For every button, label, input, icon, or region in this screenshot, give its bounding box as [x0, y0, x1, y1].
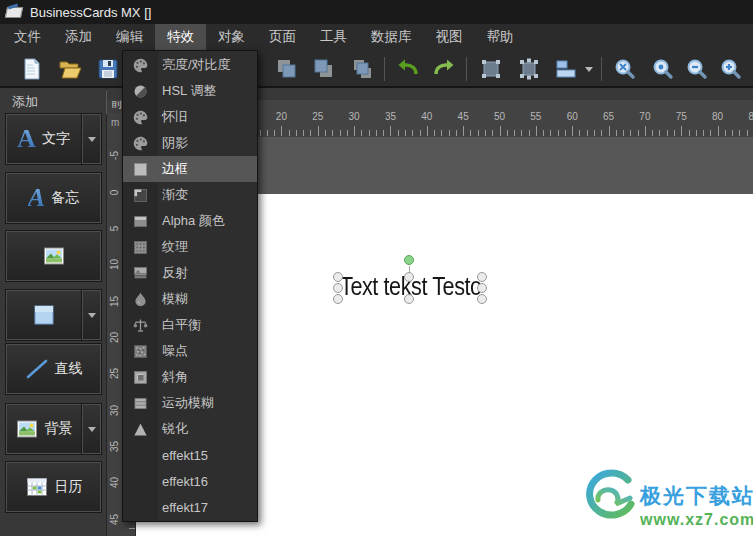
- bevel-icon: [123, 369, 158, 386]
- sidebar-button-content: A备忘: [6, 173, 101, 223]
- vruler-number: 30: [109, 400, 120, 420]
- alpha-square-icon: [123, 213, 158, 230]
- new-document-icon[interactable]: [18, 55, 46, 83]
- handle-top-right[interactable]: [477, 272, 487, 282]
- hruler-tick: [434, 130, 435, 136]
- redo-icon[interactable]: [431, 55, 459, 83]
- sidebar-button-日历[interactable]: 日历: [5, 461, 102, 513]
- bring-forward-icon[interactable]: [309, 55, 337, 83]
- sidebar-button-content: 日历: [6, 462, 101, 512]
- toolbar-separator: [384, 57, 385, 81]
- layout-options-icon[interactable]: [552, 55, 580, 83]
- hruler-tick: [529, 130, 530, 136]
- hruler-tick: [507, 130, 508, 136]
- effects-menu-item-阴影[interactable]: 阴影: [123, 130, 257, 156]
- hruler-tick: [441, 130, 442, 136]
- effects-menu-item-噪点[interactable]: 噪点: [123, 338, 257, 364]
- handle-bottom-left[interactable]: [333, 294, 343, 304]
- hruler-tick: [638, 130, 639, 136]
- app-window: BusinessCards MX [] 文件添加编辑特效对象页面工具数据库视图帮…: [0, 0, 753, 536]
- hruler-tick: [572, 126, 573, 136]
- rotation-handle[interactable]: [404, 255, 414, 265]
- menu-页面[interactable]: 页面: [257, 24, 308, 50]
- sidebar-button-dropdown-arrow[interactable]: [81, 290, 101, 340]
- hruler-tick: [747, 130, 748, 136]
- hruler-tick: [463, 126, 464, 136]
- effects-menu-item-HSL 调整[interactable]: HSL 调整: [123, 78, 257, 104]
- sidebar-button-备忘[interactable]: A备忘: [5, 172, 102, 224]
- sidebar-header: 添加: [0, 88, 106, 111]
- zoom-in-icon[interactable]: [717, 55, 745, 83]
- chevron-down-icon: [88, 427, 96, 432]
- watermark-logo-icon: [584, 468, 636, 526]
- hruler-tick: [289, 130, 290, 136]
- hruler-tick: [601, 130, 602, 136]
- ruler-unit-label: m: [111, 117, 119, 128]
- effects-menu-item-白平衡[interactable]: 白平衡: [123, 312, 257, 338]
- vruler-number: 20: [109, 328, 120, 348]
- zoom-actual-icon[interactable]: [649, 55, 677, 83]
- hruler-tick: [587, 130, 588, 136]
- zoom-out-icon[interactable]: [683, 55, 711, 83]
- menu-视图[interactable]: 视图: [424, 24, 475, 50]
- effects-menu-item-怀旧[interactable]: 怀旧: [123, 104, 257, 130]
- effects-menu-item-渐变[interactable]: 渐变: [123, 182, 257, 208]
- effects-menu-item-边框[interactable]: 边框: [123, 156, 257, 182]
- sidebar-button-直线[interactable]: 直线: [5, 343, 102, 395]
- effects-menu-item-斜角[interactable]: 斜角: [123, 364, 257, 390]
- sidebar-button-背景[interactable]: 背景: [5, 403, 102, 455]
- handle-top-center[interactable]: [404, 272, 414, 282]
- handle-bottom-center[interactable]: [404, 294, 414, 304]
- save-icon[interactable]: [94, 55, 122, 83]
- zoom-fit-icon[interactable]: [611, 55, 639, 83]
- handle-mid-left[interactable]: [333, 283, 343, 293]
- effects-menu-item-亮度/对比度[interactable]: 亮度/对比度: [123, 52, 257, 78]
- sidebar-button-blue-square[interactable]: [5, 289, 102, 341]
- send-backward-icon[interactable]: [272, 55, 300, 83]
- vruler-number: 40: [109, 473, 120, 493]
- window-title: BusinessCards MX []: [30, 5, 151, 20]
- menu-帮助[interactable]: 帮助: [475, 24, 526, 50]
- menu-文件[interactable]: 文件: [2, 24, 53, 50]
- undo-icon[interactable]: [393, 55, 421, 83]
- handle-top-left[interactable]: [333, 272, 343, 282]
- hruler-tick: [558, 130, 559, 136]
- hruler-tick: [427, 126, 428, 136]
- effects-menu-item-Alpha 颜色[interactable]: Alpha 颜色: [123, 208, 257, 234]
- open-folder-icon[interactable]: [56, 55, 84, 83]
- menu-编辑[interactable]: 编辑: [104, 24, 155, 50]
- effects-menu-item-运动模糊[interactable]: 运动模糊: [123, 390, 257, 416]
- hruler-tick: [398, 130, 399, 136]
- effects-menu-item-纹理[interactable]: 纹理: [123, 234, 257, 260]
- menu-数据库[interactable]: 数据库: [359, 24, 424, 50]
- select-object-icon[interactable]: [515, 55, 543, 83]
- sharpen-triangle-icon: [123, 421, 158, 438]
- memo-a-icon: A: [28, 183, 45, 213]
- menu-工具[interactable]: 工具: [308, 24, 359, 50]
- effects-menu-item-effekt16[interactable]: effekt16: [123, 468, 257, 494]
- handle-bottom-right[interactable]: [477, 294, 487, 304]
- arrange-middle-icon[interactable]: [348, 55, 376, 83]
- handle-mid-right[interactable]: [477, 283, 487, 293]
- effects-menu-item-effekt15[interactable]: effekt15: [123, 442, 257, 468]
- hruler-tick: [412, 130, 413, 136]
- hruler-tick: [710, 130, 711, 136]
- effects-menu-item-反射[interactable]: 反射: [123, 260, 257, 286]
- effects-menu-item-锐化[interactable]: 锐化: [123, 416, 257, 442]
- sidebar-button-文字[interactable]: A文字: [5, 113, 102, 165]
- sidebar-button-dropdown-arrow[interactable]: [81, 404, 101, 454]
- hruler-tick: [550, 130, 551, 136]
- hruler-number: 40: [415, 111, 439, 122]
- effects-menu-item-label: 噪点: [158, 342, 188, 360]
- menu-特效[interactable]: 特效: [155, 24, 206, 50]
- hruler-number: 75: [669, 111, 693, 122]
- menu-对象[interactable]: 对象: [206, 24, 257, 50]
- sidebar-button-dropdown-arrow[interactable]: [81, 114, 101, 164]
- effects-menu-item-模糊[interactable]: 模糊: [123, 286, 257, 312]
- layout-caret-icon[interactable]: [585, 67, 593, 72]
- menu-添加[interactable]: 添加: [53, 24, 104, 50]
- effects-menu-item-effekt17[interactable]: effekt17: [123, 494, 257, 520]
- sidebar-button-picture[interactable]: [5, 230, 102, 282]
- hruler-tick: [383, 130, 384, 136]
- select-all-icon[interactable]: [477, 55, 505, 83]
